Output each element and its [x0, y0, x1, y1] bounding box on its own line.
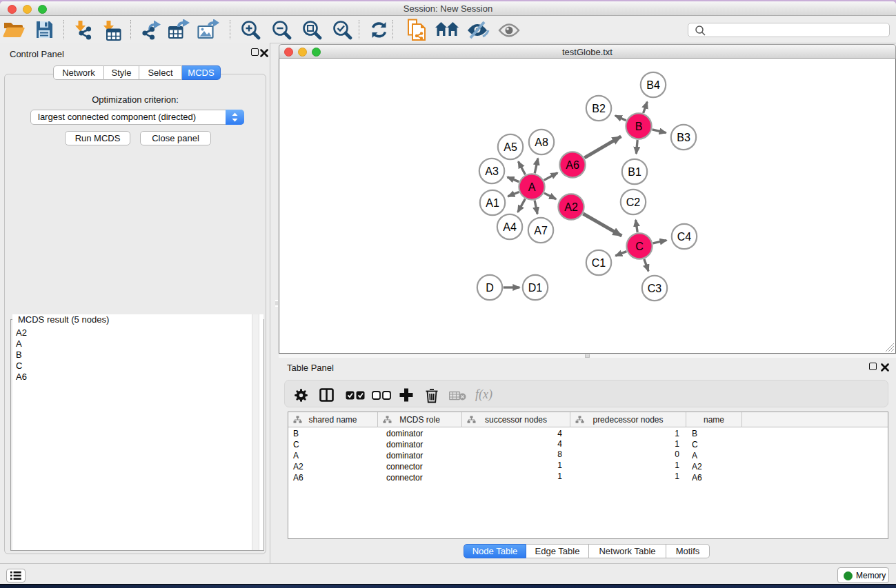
svg-text:B2: B2	[592, 103, 606, 114]
svg-text:A5: A5	[504, 141, 517, 153]
svg-text:A: A	[528, 181, 536, 193]
svg-text:A1: A1	[486, 197, 499, 209]
svg-text:A3: A3	[485, 165, 499, 177]
svg-text:B: B	[635, 121, 643, 132]
svg-text:C4: C4	[677, 231, 692, 243]
svg-text:C1: C1	[592, 257, 606, 269]
svg-text:B4: B4	[646, 79, 660, 91]
svg-text:D: D	[486, 282, 494, 294]
svg-text:A4: A4	[503, 221, 517, 233]
svg-text:A7: A7	[534, 225, 548, 236]
svg-text:D1: D1	[528, 282, 543, 294]
svg-text:C3: C3	[648, 283, 662, 294]
svg-text:C2: C2	[626, 196, 641, 208]
svg-text:B3: B3	[677, 132, 690, 143]
svg-text:A8: A8	[535, 136, 548, 148]
svg-text:A2: A2	[564, 201, 578, 213]
svg-text:B1: B1	[628, 166, 641, 178]
svg-text:A6: A6	[566, 159, 579, 171]
svg-text:C: C	[635, 241, 644, 252]
